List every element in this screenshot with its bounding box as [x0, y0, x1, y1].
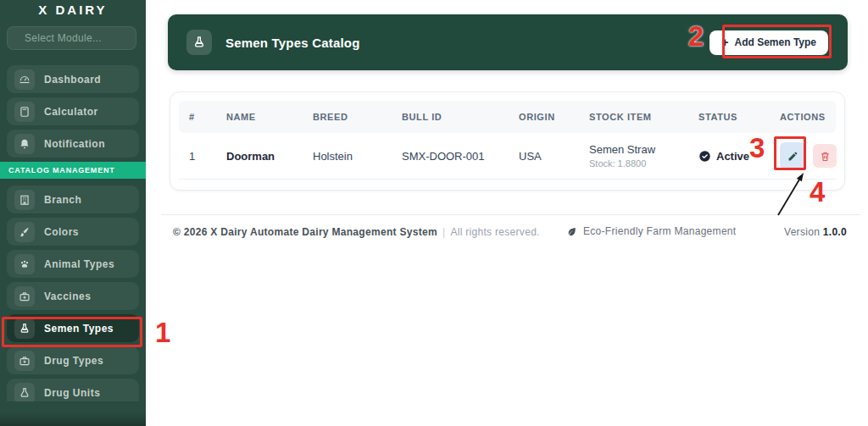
column-header-name: NAME [226, 112, 313, 122]
sidebar-bottom-fade [0, 412, 146, 426]
module-select[interactable]: Select Module... [7, 26, 136, 50]
sidebar-item-label: Dashboard [44, 74, 101, 86]
footer-divider [161, 214, 860, 215]
sidebar-item-label: Animal Types [44, 258, 114, 270]
semen-types-table-card: # NAME BREED BULL ID ORIGIN STOCK ITEM S… [170, 91, 845, 191]
trash-icon [820, 151, 831, 162]
footer-rights: All rights reserved. [450, 226, 539, 238]
flask-icon [14, 383, 35, 402]
footer-version: Version 1.0.0 [784, 226, 847, 238]
sidebar-item-drug-types[interactable]: Drug Types [7, 346, 139, 374]
flask-icon [14, 318, 35, 339]
sidebar-item-label: Branch [44, 194, 81, 206]
row-bull-id: SMX-DOOR-001 [402, 150, 519, 163]
sidebar-item-label: Calculator [44, 106, 98, 118]
row-stock-item: Semen Straw Stock: 1.8800 [589, 143, 698, 169]
column-header-breed: BREED [313, 112, 402, 122]
sidebar-item-animal-types[interactable]: Animal Types [7, 250, 139, 278]
footer-copyright: © 2026 X Dairy Automate Dairy Management… [173, 226, 540, 238]
sidebar: X DAIRY Select Module... Dashboard Calcu… [0, 0, 146, 426]
sidebar-item-label: Vaccines [44, 290, 91, 302]
sidebar-item-label: Drug Types [44, 355, 103, 367]
building-icon [14, 190, 35, 210]
column-header-status: STATUS [698, 112, 780, 122]
paw-icon [14, 254, 35, 274]
row-actions [780, 142, 837, 169]
module-select-placeholder: Select Module... [25, 32, 102, 44]
app-title: X DAIRY [0, 3, 146, 17]
column-header-origin: ORIGIN [519, 112, 589, 122]
sidebar-item-calculator[interactable]: Calculator [7, 97, 139, 125]
footer-eco-label: Eco-Friendly Farm Management [583, 225, 736, 237]
main-content: Semen Types Catalog + Add Semen Type # N… [146, 0, 868, 426]
medical-kit-icon [14, 351, 35, 371]
table-header-row: # NAME BREED BULL ID ORIGIN STOCK ITEM S… [179, 101, 836, 133]
section-catalog-management: CATALOG MANAGEMENT [0, 162, 146, 179]
footer-copyright-main: © 2026 X Dairy Automate Dairy Management… [173, 226, 437, 238]
flask-icon [186, 30, 212, 55]
leaf-icon [566, 226, 577, 237]
sidebar-item-label: Notification [44, 138, 105, 150]
medical-kit-icon [14, 286, 35, 307]
footer-version-value: 1.0.0 [823, 226, 847, 238]
stock-item-detail: Stock: 1.8800 [589, 158, 698, 169]
sidebar-nav: Dashboard Calculator Notification CATALO… [0, 65, 146, 401]
add-semen-type-button[interactable]: + Add Semen Type [709, 30, 828, 55]
paintbrush-icon [14, 222, 35, 242]
gauge-icon [14, 69, 35, 90]
footer-eco-tagline: Eco-Friendly Farm Management [566, 225, 736, 237]
edit-button[interactable] [780, 142, 805, 169]
sidebar-item-vaccines[interactable]: Vaccines [7, 282, 139, 310]
check-circle-icon [698, 150, 711, 163]
column-header-index: # [189, 112, 226, 122]
plus-icon: + [721, 36, 728, 48]
sidebar-item-label: Semen Types [44, 323, 114, 335]
row-breed: Holstein [313, 150, 402, 163]
row-origin: USA [519, 150, 589, 163]
sidebar-item-dashboard[interactable]: Dashboard [7, 65, 139, 93]
row-status: Active [698, 150, 780, 163]
column-header-bull-id: BULL ID [402, 112, 519, 122]
calculator-icon [14, 102, 35, 122]
page-header-card: Semen Types Catalog + Add Semen Type [168, 14, 848, 70]
column-header-stock-item: STOCK ITEM [589, 112, 698, 122]
add-semen-type-label: Add Semen Type [735, 36, 816, 48]
footer-version-label: Version [784, 226, 820, 238]
sidebar-item-label: Colors [44, 226, 79, 238]
pencil-icon [787, 151, 798, 162]
sidebar-item-notification[interactable]: Notification [7, 130, 139, 158]
table-row: 1 Doorman Holstein SMX-DOOR-001 USA Seme… [179, 133, 836, 180]
status-label: Active [716, 150, 749, 163]
delete-button[interactable] [813, 144, 837, 168]
footer-separator: | [442, 226, 445, 238]
column-header-actions: ACTIONS [780, 112, 836, 122]
bell-icon [14, 134, 35, 154]
stock-item-name: Semen Straw [589, 143, 698, 156]
sidebar-item-colors[interactable]: Colors [7, 218, 139, 246]
row-index: 1 [189, 150, 226, 163]
page-title: Semen Types Catalog [225, 36, 360, 50]
row-name: Doorman [226, 150, 313, 163]
sidebar-item-branch[interactable]: Branch [7, 185, 139, 213]
sidebar-catalog-list: Branch Colors Animal Types Vaccines [0, 185, 146, 401]
sidebar-item-semen-types[interactable]: Semen Types [7, 314, 139, 342]
sidebar-item-label: Drug Units [44, 387, 100, 399]
sidebar-item-drug-units[interactable]: Drug Units [7, 379, 139, 401]
